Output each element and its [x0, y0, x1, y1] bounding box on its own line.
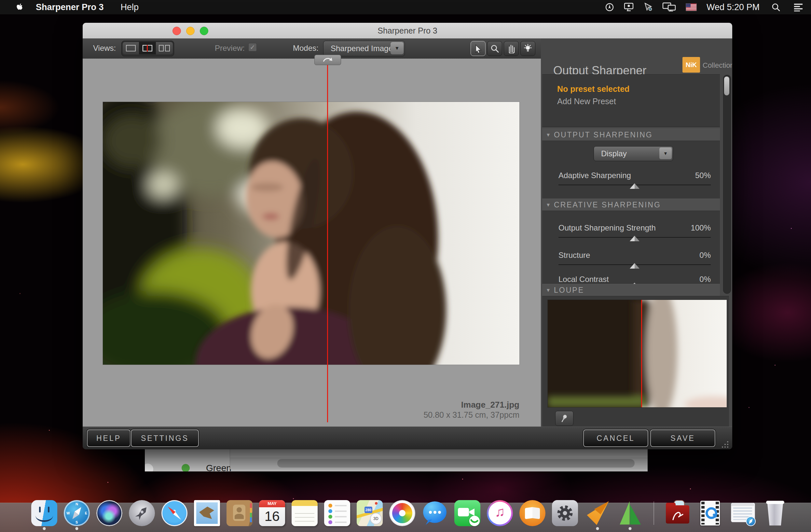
split-view-icon [142, 45, 152, 51]
facetime-icon[interactable] [454, 500, 480, 526]
preset-status: No preset selected [557, 84, 629, 94]
minimized-window-icon[interactable] [730, 500, 756, 526]
slider-handle[interactable] [630, 236, 640, 241]
compass-app-icon[interactable]: N S W E [64, 500, 90, 526]
panel-scrollbar-track[interactable] [723, 75, 731, 294]
menu-clock[interactable]: Wed 5:20 PM [706, 2, 760, 12]
hand-tool-button[interactable] [504, 41, 519, 56]
device-dropdown[interactable]: Display ▼ [594, 146, 673, 161]
launchpad-icon[interactable] [129, 500, 155, 526]
gear-icon [555, 504, 575, 522]
resize-grip-icon[interactable] [718, 441, 729, 448]
loupe-pin-button[interactable] [555, 411, 573, 426]
dock-separator [654, 501, 654, 525]
help-button[interactable]: HELP [87, 429, 131, 447]
menu-app-name[interactable]: Sharpener Pro 3 [36, 2, 104, 12]
title-bar[interactable]: Sharpener Pro 3 [83, 23, 732, 39]
nik-collection-label: Collection [703, 61, 732, 70]
loupe-preview[interactable] [548, 300, 727, 407]
structure-slider[interactable] [558, 264, 711, 265]
system-preferences-icon[interactable] [552, 500, 578, 526]
creative-sharpening-header[interactable]: ▾CREATIVE SHARPENING [542, 199, 720, 211]
output-sharpening-section: Display ▼ Adaptive Sharpening 50% [542, 141, 720, 199]
menu-bar: Sharpener Pro 3 Help Wed 5:20 PM [0, 0, 811, 14]
quicktime-document-icon[interactable] [697, 500, 723, 526]
output-sharpening-header[interactable]: ▾OUTPUT SHARPENING [542, 128, 720, 141]
contacts-icon[interactable] [227, 500, 253, 526]
us-flag-icon[interactable] [686, 3, 697, 11]
image-filename: Image_271.jpg [389, 400, 519, 410]
local-contrast-value: 0% [699, 275, 711, 284]
structure-label: Structure [558, 251, 590, 260]
save-button[interactable]: SAVE [650, 429, 715, 447]
preview-checkbox[interactable]: ✓ [248, 43, 257, 51]
panel-scrollbar-thumb[interactable] [724, 77, 729, 95]
trash-icon[interactable] [762, 500, 788, 526]
adaptive-sharpening-value: 50% [695, 171, 711, 180]
split-line-handle[interactable] [315, 55, 341, 65]
lightbulb-tool-button[interactable] [520, 41, 535, 56]
output-strength-slider[interactable] [558, 237, 711, 238]
notes-icon[interactable] [292, 500, 318, 526]
spotlight-icon[interactable] [771, 3, 780, 12]
preview-label: Preview: [215, 44, 245, 53]
photo[interactable] [103, 102, 519, 365]
time-machine-display-icon[interactable] [623, 2, 634, 12]
safari-icon[interactable] [162, 500, 187, 526]
preset-box: No preset selected Add New Preset [542, 74, 720, 127]
split-view-button[interactable] [139, 42, 156, 55]
calendar-icon[interactable]: MAY 16 [259, 500, 285, 526]
acrobat-folder-icon[interactable] [664, 500, 691, 526]
background-window-scrollbar-thumb[interactable] [277, 459, 634, 468]
reminders-icon[interactable] [324, 500, 350, 526]
ibooks-icon[interactable] [519, 500, 546, 526]
mode-dropdown[interactable]: Sharpened Image ▼ [323, 41, 405, 56]
collapse-triangle-icon: ▾ [547, 199, 551, 211]
location-icon[interactable] [605, 3, 614, 12]
acrobat-swirl [671, 509, 684, 521]
split-preview-line[interactable] [327, 59, 328, 422]
slider-handle[interactable] [630, 263, 640, 269]
structure-value: 0% [699, 251, 711, 260]
sharpener-pro-window: Sharpener Pro 3 Views: Preview: ✓ Modes:… [83, 23, 732, 449]
green-arrow-app-icon[interactable] [617, 500, 643, 526]
itunes-icon[interactable]: ♫ [487, 500, 513, 526]
background-window-item-label[interactable]: Green [206, 463, 231, 471]
maps-icon[interactable]: 280 3D [357, 500, 383, 526]
screen-cursor-icon[interactable] [643, 2, 653, 12]
background-window-scrollbar-track[interactable] [230, 458, 648, 469]
add-new-preset-link[interactable]: Add New Preset [557, 97, 616, 106]
hand-tool-icon [507, 44, 516, 54]
messages-icon[interactable] [422, 500, 448, 526]
mail-icon[interactable] [194, 500, 220, 526]
finder-icon[interactable] [31, 500, 57, 526]
maps-route-badge: 280 [365, 506, 372, 513]
adaptive-sharpening-slider[interactable] [558, 185, 711, 185]
single-view-icon [126, 45, 136, 51]
orange-arrow-app-icon[interactable] [584, 500, 611, 526]
loupe-header[interactable]: ▾LOUPE [542, 284, 720, 297]
image-canvas[interactable]: Image_271.jpg 50.80 x 31.75 cm, 37ppcm [83, 59, 541, 426]
settings-button[interactable]: SETTINGS [131, 429, 199, 447]
output-strength-value: 100% [691, 223, 711, 232]
pointer-tool-icon [474, 44, 483, 54]
running-indicator [596, 527, 599, 530]
zoom-tool-button[interactable] [487, 41, 502, 56]
slider-handle[interactable] [630, 183, 640, 189]
cancel-button[interactable]: CANCEL [583, 429, 648, 447]
views-label: Views: [93, 44, 116, 53]
siri-icon[interactable] [96, 500, 122, 526]
apple-menu-icon[interactable] [15, 2, 24, 12]
side-by-side-view-button[interactable] [156, 42, 173, 55]
notification-center-icon[interactable] [793, 3, 803, 11]
photos-icon[interactable] [389, 500, 415, 526]
calendar-day: 16 [259, 507, 285, 526]
background-window[interactable]: Green [145, 449, 648, 471]
single-view-button[interactable] [123, 42, 139, 55]
displays-icon[interactable] [662, 2, 677, 12]
output-sharpening-title: OUTPUT SHARPENING [554, 131, 653, 139]
mode-dropdown-arrow-icon: ▼ [391, 42, 403, 55]
menu-help[interactable]: Help [121, 2, 139, 12]
pointer-tool-button[interactable] [471, 41, 486, 56]
side-by-side-right-icon [165, 45, 170, 51]
